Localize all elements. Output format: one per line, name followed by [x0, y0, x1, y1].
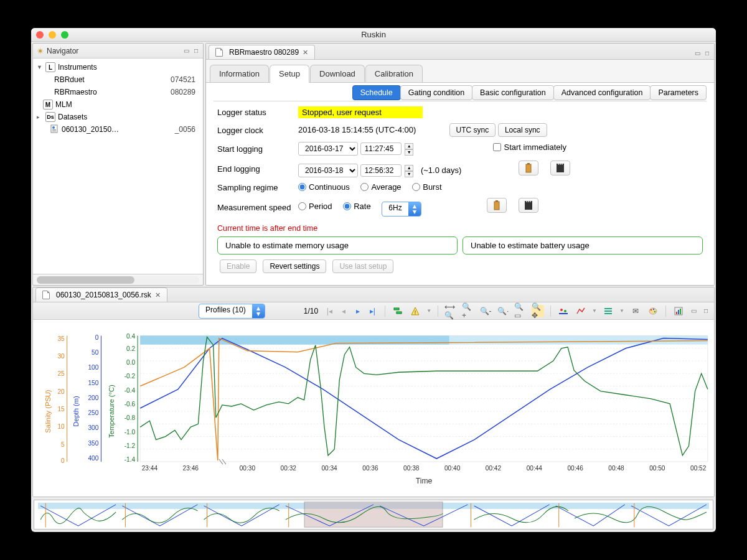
maximize-icon[interactable] [61, 31, 68, 39]
svg-rect-15 [530, 201, 531, 202]
prev-icon[interactable]: ◂ [337, 305, 350, 317]
file-icon [50, 124, 59, 135]
close-icon[interactable]: ✕ [303, 49, 308, 57]
dropdown-icon[interactable]: ▼ [619, 308, 624, 314]
start-date-select[interactable]: 2016-03-17 [298, 142, 358, 156]
navigator-scrollbar[interactable] [33, 274, 203, 285]
subtab-schedule[interactable]: Schedule [352, 85, 401, 100]
start-time-input[interactable] [360, 142, 402, 155]
last-icon[interactable]: ▸| [366, 305, 378, 317]
maximize-panel-icon[interactable]: □ [193, 47, 199, 54]
tab-setup[interactable]: Setup [270, 65, 309, 82]
gantt-icon[interactable] [392, 305, 404, 317]
start-time-stepper[interactable]: ▲▼ [405, 143, 413, 156]
plot-tab[interactable]: 060130_20150813_0056.rsk ✕ [35, 287, 167, 302]
maximize-plot-icon[interactable]: □ [703, 307, 709, 314]
battery-icon-button[interactable] [519, 161, 538, 175]
memory-icon-button[interactable] [550, 161, 570, 175]
inner-tabs: Information Setup Download Calibration [206, 60, 714, 83]
svg-text:20: 20 [57, 388, 65, 395]
tab-information[interactable]: Information [210, 65, 269, 82]
tree-datasets[interactable]: ▸ Ds Datasets [33, 111, 203, 123]
plot-tabbar: 060130_20150813_0056.rsk ✕ [33, 287, 714, 302]
svg-point-28 [653, 308, 654, 309]
chart-settings-icon[interactable] [557, 305, 570, 317]
titlebar: Ruskin [31, 28, 716, 42]
rate-select[interactable]: 6Hz▴▾ [382, 202, 421, 217]
minimize-plot-icon[interactable]: ▭ [690, 307, 698, 314]
warning-icon[interactable]: ! [409, 305, 421, 317]
tree-rbrduet[interactable]: RBRduet 074521 [33, 73, 203, 86]
list-icon[interactable] [602, 305, 614, 317]
zoom-out-icon[interactable]: 🔍- [479, 305, 492, 317]
svg-rect-16 [394, 308, 399, 310]
zoom-in-icon[interactable]: 🔍+ [462, 305, 474, 317]
regime-continuous-radio[interactable]: Continuous [298, 182, 350, 192]
svg-point-27 [651, 309, 652, 310]
minimize-panel-icon[interactable]: ▭ [182, 47, 190, 54]
svg-text:-0.8: -0.8 [125, 414, 136, 421]
logger-status-label: Logger status [217, 108, 298, 117]
bottom-row: 060130_20150813_0056.rsk ✕ Profiles (10)… [32, 287, 715, 531]
local-sync-button[interactable]: Local sync [498, 123, 547, 137]
svg-rect-14 [528, 201, 529, 202]
editor-tab[interactable]: RBRmaestro 080289 ✕ [209, 45, 315, 59]
plot-svg: 05101520253035 Salinity (PSU) 0501001502… [33, 320, 714, 497]
mail-icon[interactable]: ✉ [629, 305, 642, 317]
svg-text:Temperature (°C): Temperature (°C) [108, 385, 115, 438]
end-time-input[interactable] [360, 164, 402, 177]
plot-area[interactable]: 05101520253035 Salinity (PSU) 0501001502… [33, 320, 714, 497]
regime-burst-radio[interactable]: Burst [412, 182, 441, 192]
svg-text:400: 400 [88, 455, 98, 462]
tab-calibration[interactable]: Calibration [365, 65, 423, 82]
svg-rect-20 [559, 313, 568, 314]
chart-style-icon[interactable] [575, 305, 587, 317]
profiles-select[interactable]: Profiles (10)▴▾ [199, 304, 265, 319]
schedule-form: Logger status Stopped, user request Logg… [214, 101, 707, 222]
regime-average-radio[interactable]: Average [360, 182, 401, 192]
zoom-v-icon[interactable]: ⟷🔍 [444, 305, 457, 317]
battery-icon-button-2[interactable] [487, 198, 507, 213]
close-icon[interactable] [36, 31, 44, 39]
revert-settings-button[interactable]: Revert settings [263, 259, 326, 273]
tree-rbrmaestro[interactable]: RBRmaestro 080289 [33, 86, 203, 98]
navigator-header: ✴ Navigator ▭ □ [33, 44, 203, 58]
tree-mlm[interactable]: M MLM [33, 98, 203, 111]
zoom-drag-icon[interactable]: 🔍✥ [532, 305, 544, 317]
start-immediately-checkbox[interactable]: Start immediately [493, 142, 566, 152]
zoom-region-icon[interactable]: 🔍▭ [514, 305, 527, 317]
end-time-stepper[interactable]: ▲▼ [405, 165, 413, 177]
subtab-parameters[interactable]: Parameters [650, 85, 707, 100]
tree-dataset-file[interactable]: 060130_20150… _0056 [33, 123, 203, 136]
chevron-down-icon[interactable]: ▼ [37, 64, 43, 70]
palette-icon[interactable] [647, 305, 659, 317]
plot-tab-title: 060130_20150813_0056.rsk [56, 291, 151, 299]
end-date-select[interactable]: 2016-03-18 [298, 164, 358, 177]
utc-sync-button[interactable]: UTC sync [449, 123, 496, 137]
tree-instruments[interactable]: ▼ L Instruments [33, 61, 203, 73]
subtab-advanced[interactable]: Advanced configuration [553, 85, 651, 100]
dropdown-icon[interactable]: ▼ [592, 308, 597, 314]
subtab-basic[interactable]: Basic configuration [472, 85, 554, 100]
minimize-editor-icon[interactable]: ▭ [693, 50, 702, 57]
memory-icon-button-2[interactable] [519, 198, 538, 213]
close-icon[interactable]: ✕ [155, 291, 161, 299]
svg-text:00:50: 00:50 [649, 465, 665, 472]
zoom-fit-icon[interactable]: 🔍· [497, 305, 509, 317]
speed-period-radio[interactable]: Period [298, 202, 332, 211]
minimize-icon[interactable] [49, 31, 56, 39]
dropdown-icon[interactable]: ▼ [426, 308, 431, 314]
overview-strip[interactable] [34, 500, 713, 530]
speed-rate-radio[interactable]: Rate [343, 202, 370, 211]
next-icon[interactable]: ▸ [352, 305, 364, 317]
subtab-gating[interactable]: Gating condition [400, 85, 472, 100]
duration-hint: (~1.0 days) [421, 166, 461, 175]
navigator-tree: ▼ L Instruments RBRduet 074521 RBRmaestr… [33, 58, 203, 274]
export-chart-icon[interactable] [672, 305, 685, 317]
svg-rect-99 [304, 502, 443, 527]
maximize-editor-icon[interactable]: □ [704, 50, 710, 57]
chevron-right-icon[interactable]: ▸ [37, 114, 43, 120]
tab-download[interactable]: Download [310, 65, 365, 82]
use-last-setup-button: Use last setup [332, 259, 393, 273]
first-icon[interactable]: |◂ [323, 305, 336, 317]
